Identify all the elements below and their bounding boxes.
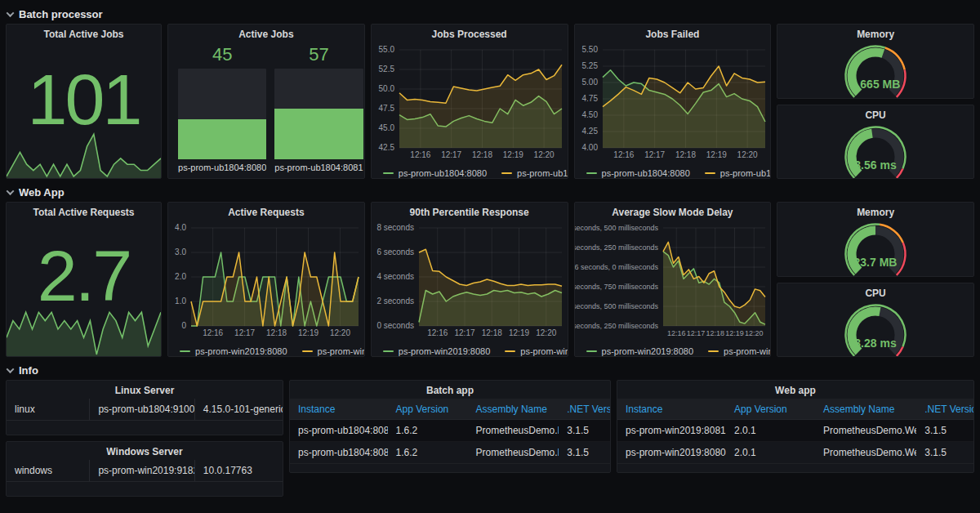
svg-text:5.50: 5.50: [581, 45, 598, 54]
table-column-header[interactable]: .NET Version: [916, 404, 973, 415]
chevron-down-icon: [7, 9, 15, 17]
panel-active-jobs: Active Jobs 45ps-prom-ub1804:808057ps-pr…: [167, 24, 365, 179]
svg-text:1.0: 1.0: [175, 297, 186, 306]
table-column-header[interactable]: App Version: [388, 404, 468, 415]
legend-series-swatch: [180, 350, 190, 352]
timeseries-chart[interactable]: 4.004.254.504.755.005.255.5012:1612:1712…: [575, 42, 771, 164]
chart-legend: ps-prom-win2019:8080ps-prom-win2019:8081: [372, 342, 568, 357]
table-column-header[interactable]: Instance: [290, 404, 388, 415]
svg-text:4.00: 4.00: [581, 143, 598, 152]
timeseries-chart[interactable]: 5 seconds, 250 milliseconds5 seconds, 50…: [575, 221, 771, 342]
section-header-info[interactable]: Info: [6, 361, 974, 380]
panel-batch-app: Batch app InstanceApp VersionAssembly Na…: [289, 380, 611, 473]
panel-title[interactable]: Active Requests: [168, 203, 364, 221]
panel-windows-server: Windows Server windowsps-prom-win2019:91…: [6, 441, 283, 497]
svg-text:12:19: 12:19: [503, 150, 523, 159]
panel-title[interactable]: Web app: [617, 381, 973, 399]
svg-text:6 seconds: 6 seconds: [376, 248, 414, 256]
panel-title[interactable]: CPU: [777, 105, 973, 123]
panel-title[interactable]: Jobs Processed: [372, 25, 568, 42]
legend-item[interactable]: ps-prom-win2019:8080: [586, 346, 694, 356]
timeseries-plot[interactable]: 4.004.254.504.755.005.255.5012:1612:1712…: [575, 42, 771, 161]
table-cell: 10.0.17763: [194, 460, 283, 481]
legend-item[interactable]: ps-prom-win2019:8081: [505, 346, 568, 356]
legend-series-swatch: [586, 172, 597, 174]
panel-total-active-jobs: Total Active Jobs 101: [6, 24, 162, 179]
table-column-header[interactable]: Assembly Name: [815, 404, 916, 415]
timeseries-plot[interactable]: 0 seconds2 seconds4 seconds6 seconds8 se…: [372, 221, 568, 339]
legend-series-name: ps-prom-ub1804:8080: [399, 168, 487, 178]
legend-item[interactable]: ps-prom-ub1804:8081: [501, 168, 568, 178]
table-header-row: InstanceApp VersionAssembly Name.NET Ver…: [290, 399, 610, 420]
timeseries-chart[interactable]: 01.02.03.04.012:1612:1712:1812:1912:20: [168, 221, 364, 342]
timeseries-chart[interactable]: 0 seconds2 seconds4 seconds6 seconds8 se…: [372, 221, 568, 342]
panel-average-slow-mode-delay: Average Slow Mode Delay 5 seconds, 250 m…: [574, 202, 772, 357]
svg-text:5 seconds, 250 milliseconds: 5 seconds, 250 milliseconds: [575, 322, 658, 330]
panel-title[interactable]: CPU: [777, 283, 973, 301]
legend-item[interactable]: ps-prom-win2019:8080: [180, 346, 287, 356]
legend-series-swatch: [383, 172, 394, 174]
legend-series-name: ps-prom-ub1804:8081: [517, 168, 568, 178]
svg-text:45.0: 45.0: [378, 123, 394, 132]
panel-title[interactable]: 90th Percentile Response: [372, 203, 568, 221]
legend-item[interactable]: ps-prom-win2019:8081: [708, 346, 771, 356]
table-column-header[interactable]: .NET Version: [559, 404, 610, 415]
panel-title[interactable]: Memory: [777, 203, 973, 221]
svg-text:12:20: 12:20: [533, 150, 554, 159]
svg-text:4 seconds: 4 seconds: [376, 272, 414, 281]
svg-text:47.5: 47.5: [378, 104, 394, 113]
svg-text:12:20: 12:20: [330, 328, 350, 337]
svg-text:12:16: 12:16: [667, 329, 686, 337]
section-header-batch-processor[interactable]: Batch processor: [6, 5, 974, 24]
table: windowsps-prom-win2019:918210.0.17763: [7, 460, 283, 482]
panel-title[interactable]: Linux Server: [7, 381, 283, 399]
legend-item[interactable]: ps-prom-win2019:8080: [383, 346, 491, 356]
timeseries-plot[interactable]: 5 seconds, 250 milliseconds5 seconds, 50…: [575, 221, 771, 339]
panel-title[interactable]: Active Jobs: [168, 25, 364, 42]
svg-text:23.7 MB: 23.7 MB: [854, 256, 898, 269]
svg-text:12:19: 12:19: [509, 328, 529, 337]
timeseries-plot[interactable]: 01.02.03.04.012:1612:1712:1812:1912:20: [168, 221, 364, 339]
legend-item[interactable]: ps-prom-win2019:8081: [302, 346, 365, 356]
svg-text:3.28 ms: 3.28 ms: [854, 337, 897, 350]
gauge-arc: 23.7 MB: [810, 221, 941, 276]
table: InstanceApp VersionAssembly Name.NET Ver…: [617, 399, 973, 464]
legend-item[interactable]: ps-prom-ub1804:8081: [705, 168, 772, 178]
panel-title[interactable]: Windows Server: [7, 442, 283, 460]
table-cell: windows: [7, 465, 89, 476]
timeseries-chart[interactable]: 42.545.047.550.052.555.012:1612:1712:181…: [372, 42, 568, 164]
panel-title[interactable]: Average Slow Mode Delay: [575, 203, 771, 221]
panel-batch-cpu: CPU 3.56 ms: [777, 105, 974, 180]
panel-title[interactable]: Memory: [777, 25, 973, 42]
section-title: Web App: [19, 186, 65, 199]
legend-item[interactable]: ps-prom-ub1804:8080: [383, 168, 487, 178]
panel-title[interactable]: Batch app: [290, 381, 610, 399]
timeseries-plot[interactable]: 42.545.047.550.052.555.012:1612:1712:181…: [372, 42, 568, 161]
row-batch: Total Active Jobs 101 Active Jobs 45ps-p…: [6, 24, 974, 179]
panel-jobs-processed: Jobs Processed 42.545.047.550.052.555.01…: [371, 24, 568, 179]
table-row: ps-prom-ub1804:80801.6.2PrometheusDemo.B…: [290, 420, 610, 442]
chevron-down-icon: [7, 187, 15, 195]
legend-item[interactable]: ps-prom-ub1804:8080: [586, 168, 690, 178]
table-column-header[interactable]: Assembly Name: [468, 404, 559, 415]
table-row: linuxps-prom-ub1804:91004.15.0-101-gener…: [7, 399, 283, 421]
table-cell: PrometheusDemo.Web: [815, 447, 916, 458]
svg-text:5.00: 5.00: [581, 78, 598, 87]
legend-series-name: ps-prom-win2019:8081: [724, 346, 771, 356]
legend-series-name: ps-prom-win2019:8080: [399, 346, 491, 356]
bar-gauge-item: 45ps-prom-ub1804:8080: [178, 44, 266, 175]
svg-text:55.0: 55.0: [378, 45, 394, 54]
panel-title[interactable]: Jobs Failed: [575, 25, 771, 42]
panel-jobs-failed: Jobs Failed 4.004.254.504.755.005.255.50…: [574, 24, 772, 179]
svg-text:4.50: 4.50: [581, 110, 598, 119]
row-web: Total Active Requests 2.7 Active Request…: [6, 202, 974, 357]
table-column-header[interactable]: Instance: [617, 404, 726, 415]
table-row: windowsps-prom-win2019:918210.0.17763: [7, 460, 283, 482]
gauge-arc: 3.28 ms: [810, 301, 941, 357]
panel-title[interactable]: Total Active Jobs: [7, 25, 161, 42]
table-column-header[interactable]: App Version: [726, 404, 815, 415]
panel-title[interactable]: Total Active Requests: [7, 203, 161, 221]
svg-text:12:18: 12:18: [706, 329, 724, 337]
bar-gauge-value: 45: [178, 44, 266, 69]
section-header-web-app[interactable]: Web App: [6, 183, 974, 202]
